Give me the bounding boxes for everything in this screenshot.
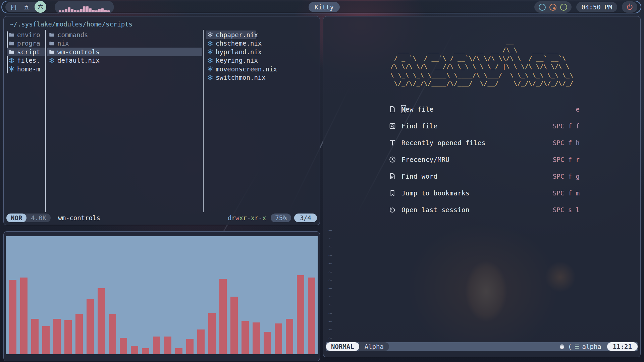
menu-item-find-word[interactable]: Find wordSPC f g [389,168,580,185]
file-row-commands[interactable]: commands [47,31,202,39]
file-label: wm-controls [57,48,100,56]
file-row-moveonscreen.nix[interactable]: moveonscreen.nix [206,65,318,73]
new-file-icon [389,106,398,113]
ring-cyan-icon[interactable] [539,4,546,11]
empty-buffer-tildes: ~ ~ ~ ~ ~ ~ ~ ~ ~ ~ ~ ~ ~ ~ [328,226,332,342]
file-label: keyring.nix [216,57,258,64]
chart-bar [264,332,271,354]
menu-item-recently-opened-files[interactable]: Recently opened filesSPC f h [389,134,580,151]
file-label: default.nix [57,57,100,64]
file-row-home-m[interactable]: home-m [7,65,45,73]
chart-bar [120,338,127,354]
folder-icon [49,41,55,46]
workspace-四[interactable]: 四 [11,3,16,11]
cursor-position-badge: 3/4 [294,214,317,222]
menu-item-frecency-mru[interactable]: Frecency/MRUSPC f r [389,151,580,168]
paren-glyph: ( [568,343,572,350]
column-divider [203,30,204,212]
power-icon [627,3,633,11]
nix-snowflake-icon [207,41,213,46]
chart-bar [253,322,260,354]
file-row-progra[interactable]: progra [7,39,45,48]
ring-orange-icon[interactable] [549,4,556,11]
histogram-bar [86,6,89,12]
find-word-icon [389,173,398,180]
bar-left-modules: 四五六 [5,1,114,13]
chart-bar [153,337,160,354]
activity-histogram-widget [55,1,114,13]
statusline-clock: 11:21 [607,342,638,351]
file-manager-statusbar: NOR 4.0K wm-controls drwxr-xr-x 75% 3/4 [6,214,317,222]
file-row-wm-controls[interactable]: wm-controls [47,48,202,56]
nix-snowflake-icon [49,58,55,63]
histogram-bar [71,9,73,12]
file-row-nix[interactable]: nix [47,39,202,48]
file-label: progra [17,40,40,47]
chart-bar [275,323,282,354]
system-status-icons[interactable] [534,1,572,13]
column-divider [45,30,46,212]
histogram-bar [65,9,67,12]
histogram-bar [77,10,79,12]
file-row-files.[interactable]: files. [7,56,45,65]
histogram-bar [101,8,104,12]
file-label: home-m [17,65,40,73]
chart-bar [230,297,238,354]
file-row-switchmon.nix[interactable]: switchmon.nix [206,73,318,82]
bar-chart-image [6,236,318,354]
histogram-bar [59,10,61,12]
menu-item-shortcut: SPC f h [553,139,580,146]
status-bar: 四五六 Kitty 04:50 PM [1,1,641,13]
file-row-chpaper.nix[interactable]: chpaper.nix [206,31,256,39]
session-icon [389,206,398,213]
chart-preview-window[interactable] [3,231,320,361]
file-row-enviro[interactable]: enviro [7,31,45,39]
chart-bar [42,326,50,354]
histogram-bar [104,10,107,12]
chart-bar [109,314,116,354]
file-row-keyring.nix[interactable]: keyring.nix [206,56,318,65]
chart-bar [197,329,205,354]
menu-item-new-file[interactable]: New filee [389,101,580,118]
histogram-bar [62,10,64,12]
menu-item-find-file[interactable]: Find fileSPC f f [389,118,580,134]
neovim-window[interactable]: __ ___ ___ ___ __ __ /\_\ ___ ___ / _ `\… [323,16,641,357]
file-label: hyprland.nix [216,48,262,56]
menu-item-label: New file [401,106,434,113]
file-size: 4.0K [26,214,51,222]
chart-bar [241,321,249,354]
list-lines-icon [575,344,579,350]
file-row-default.nix[interactable]: default.nix [47,56,202,65]
dashboard-menu: New fileeFind fileSPC f fRecently opened… [389,101,580,218]
folder-icon [9,49,14,55]
power-button[interactable] [622,1,637,13]
file-manager-window[interactable]: ~/.sysflake/modules/home/scripts envirop… [3,16,320,225]
histogram-bar [68,7,70,12]
chart-bar [64,320,72,354]
ring-green-icon[interactable] [560,4,567,11]
nix-snowflake-icon [9,58,14,63]
clock-icon [389,156,398,163]
menu-item-jump-to-bookmarks[interactable]: Jump to bookmarksSPC f m [389,185,580,201]
workspace-switcher[interactable]: 四五六 [5,2,44,12]
menu-item-open-last-session[interactable]: Open last sessionSPC s l [389,201,580,218]
histogram-bar [92,10,95,12]
nix-snowflake-icon [9,66,14,72]
workspace-五[interactable]: 五 [24,3,30,11]
file-label: nix [57,40,69,47]
menu-item-shortcut: e [576,106,580,113]
bar-series [9,236,318,354]
file-row-chscheme.nix[interactable]: chscheme.nix [206,39,318,48]
menu-item-label: Find word [401,173,437,180]
file-row-hyprland.nix[interactable]: hyprland.nix [206,48,318,56]
histogram-bar [83,6,86,12]
clock: 04:50 PM [576,2,617,12]
current-directory-column: commandsnixwm-controlsdefault.nix [47,31,202,65]
chart-bar [208,313,216,354]
chart-bar [219,279,227,354]
vim-mode-badge: NORMAL [326,342,359,351]
chart-bar [297,275,304,354]
file-row-script[interactable]: script [7,48,45,56]
chart-bar [286,319,293,354]
workspace-六-active[interactable]: 六 [35,1,46,13]
